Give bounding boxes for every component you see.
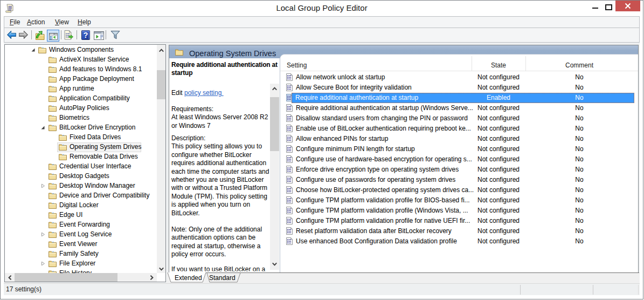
svg-text:?: ? xyxy=(84,31,88,39)
svg-text:Standard: Standard xyxy=(209,274,236,282)
svg-text:Extended: Extended xyxy=(175,274,202,282)
